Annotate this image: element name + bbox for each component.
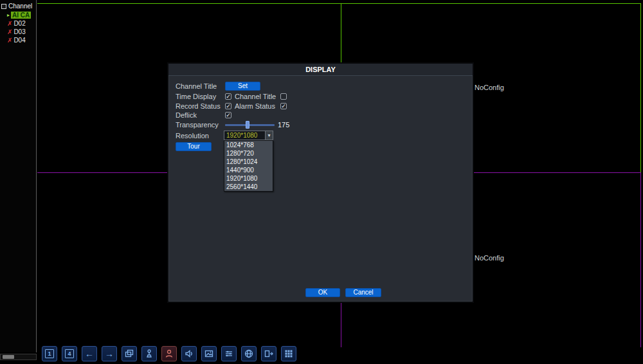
logout-icon: [264, 349, 274, 359]
dialog-title: DISPLAY: [168, 64, 473, 76]
time-display-label: Time Display: [176, 92, 216, 101]
channel-item-d01[interactable]: ▸ AI CA: [0, 11, 36, 19]
transparency-label: Transparency: [176, 120, 219, 129]
ok-button[interactable]: OK: [305, 288, 340, 297]
channel-title-checkbox-label: Channel Title: [235, 92, 276, 101]
quad-screen-icon: 4: [65, 349, 74, 358]
channel-item-d04[interactable]: ✗ D04: [0, 36, 36, 44]
tour-icon: [124, 349, 134, 359]
channel-item-label: D03: [14, 28, 25, 35]
ptz-button[interactable]: [141, 346, 157, 361]
sidebar-scrollbar[interactable]: [0, 354, 37, 360]
resolution-option-6[interactable]: 2560*1440: [224, 183, 273, 191]
channel-tree-panel: Channel ▸ AI CA ✗ D02 ✗ D03 ✗ D04: [0, 0, 37, 352]
transparency-value: 175: [278, 120, 289, 129]
cancel-button[interactable]: Cancel: [345, 288, 381, 297]
grid-icon: [284, 349, 294, 359]
channel-item-label: AI CA: [11, 12, 31, 19]
transparency-slider-handle[interactable]: [246, 121, 249, 129]
offline-x-icon: ✗: [7, 29, 12, 35]
tour-button[interactable]: Tour: [176, 142, 212, 151]
resolution-option-2[interactable]: 1280*720: [224, 149, 273, 158]
dvr-app: Channel ▸ AI CA ✗ D02 ✗ D03 ✗ D04: [0, 0, 643, 364]
channel-grid-button[interactable]: [281, 346, 296, 361]
user-button[interactable]: [161, 346, 177, 361]
resolution-option-1[interactable]: 1024*768: [224, 141, 273, 149]
noconfig-label-pane2: NoConfig: [475, 84, 504, 91]
play-icon: ▸: [7, 13, 10, 18]
arrow-left-icon: ←: [85, 349, 94, 358]
set-button[interactable]: Set: [225, 82, 260, 91]
bottom-toolbar: 1 4 ← →: [42, 346, 296, 361]
sliders-icon: [224, 349, 234, 359]
resolution-dropdown-list: 1024*768 1280*720 1280*1024 1440*900 192…: [224, 140, 273, 192]
channel-item-label: D04: [14, 37, 25, 44]
channel-group-icon: [1, 4, 6, 9]
resolution-label: Resolution: [176, 131, 209, 140]
resolution-select[interactable]: 1920*1080 ▾: [224, 131, 273, 140]
deflick-label: Deflick: [176, 111, 197, 120]
globe-icon: [244, 349, 254, 359]
ptz-joystick-icon: [144, 349, 154, 359]
channel-item-d03[interactable]: ✗ D03: [0, 28, 36, 36]
speaker-icon: [184, 349, 194, 359]
alarm-status-checkbox[interactable]: [280, 103, 287, 109]
user-icon: [164, 349, 174, 359]
noconfig-label-pane4: NoConfig: [475, 254, 504, 262]
channel-tree-root[interactable]: Channel: [0, 0, 36, 11]
channel-item-label: D02: [14, 20, 25, 27]
resolution-option-5[interactable]: 1920*1080: [224, 174, 273, 183]
deflick-checkbox[interactable]: [225, 112, 231, 118]
network-button[interactable]: [241, 346, 257, 361]
record-status-label: Record Status: [176, 102, 221, 111]
transparency-slider[interactable]: [225, 124, 275, 126]
offline-x-icon: ✗: [7, 21, 12, 27]
scrollbar-thumb[interactable]: [3, 355, 14, 359]
channel-item-d02[interactable]: ✗ D02: [0, 19, 36, 28]
single-screen-button[interactable]: 1: [42, 346, 57, 361]
next-channel-button[interactable]: →: [102, 346, 117, 361]
tour-toolbar-button[interactable]: [122, 346, 137, 361]
record-status-checkbox[interactable]: [225, 103, 231, 109]
resolution-value: 1920*1080: [224, 131, 265, 140]
display-dialog: DISPLAY Channel Title Set Time Display C…: [167, 62, 474, 303]
time-display-checkbox[interactable]: [225, 93, 231, 100]
active-pane-border-right: [640, 3, 641, 172]
channel-title-checkbox[interactable]: [280, 93, 287, 100]
chevron-down-icon[interactable]: ▾: [265, 131, 273, 140]
image-color-button[interactable]: [201, 346, 217, 361]
output-adjust-button[interactable]: [221, 346, 237, 361]
offline-x-icon: ✗: [7, 37, 12, 44]
pane-border-right-bottom: [640, 172, 641, 347]
quad-screen-button[interactable]: 4: [62, 346, 77, 361]
image-icon: [204, 349, 214, 359]
channel-title-label: Channel Title: [176, 82, 217, 91]
single-screen-icon: 1: [45, 349, 54, 358]
arrow-right-icon: →: [105, 349, 114, 358]
resolution-option-3[interactable]: 1280*1024: [224, 158, 273, 166]
alarm-status-label: Alarm Status: [235, 102, 275, 111]
active-pane-border-top: [37, 3, 641, 4]
logout-button[interactable]: [261, 346, 276, 361]
previous-channel-button[interactable]: ←: [82, 346, 97, 361]
dialog-body: Channel Title Set Time Display Channel T…: [168, 76, 473, 302]
resolution-option-4[interactable]: 1440*900: [224, 166, 273, 174]
voice-button[interactable]: [181, 346, 197, 361]
channel-tree-root-label: Channel: [8, 3, 32, 10]
